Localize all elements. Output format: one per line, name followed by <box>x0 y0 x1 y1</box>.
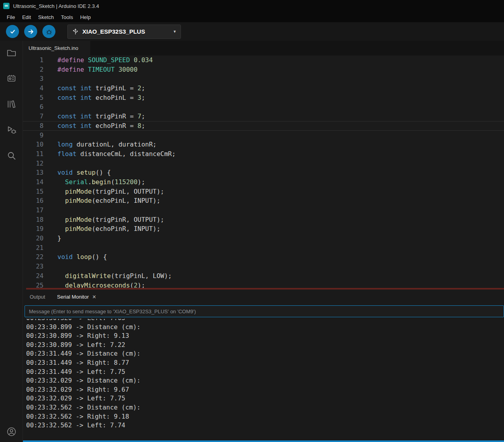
code-text <box>44 206 57 215</box>
code-lines: 1#define SOUND_SPEED 0.0342#define TIMEO… <box>23 55 504 290</box>
code-line-24[interactable]: 24 digitalWrite(trigPinL, LOW); <box>23 271 504 281</box>
toolbar: XIAO_ESP32S3_PLUS ▾ <box>0 22 504 41</box>
menu-item-help[interactable]: Help <box>76 13 94 21</box>
code-line-19[interactable]: 19 pinMode(echoPinR, INPUT); <box>23 224 504 234</box>
code-text: float distanceCmL, distanceCmR; <box>44 149 176 159</box>
board-selector-dropdown[interactable]: XIAO_ESP32S3_PLUS ▾ <box>67 25 181 39</box>
arrow-right-icon <box>28 29 34 35</box>
line-number: 2 <box>23 65 44 74</box>
code-text: const int trigPinL = 2; <box>44 84 145 93</box>
line-number: 5 <box>23 93 44 103</box>
code-text <box>44 74 57 84</box>
line-number: 1 <box>23 55 44 65</box>
line-number: 6 <box>23 102 44 112</box>
serial-monitor-label: Serial Monitor <box>57 294 89 300</box>
verify-button[interactable] <box>6 25 19 38</box>
menu-item-edit[interactable]: Edit <box>19 13 34 21</box>
line-number: 8 <box>23 121 44 131</box>
code-line-8[interactable]: 8const int echoPinR = 8; <box>23 121 504 131</box>
code-line-21[interactable]: 21 <box>23 243 504 253</box>
titlebar: ∞ Ultrasonic_Sketch | Arduino IDE 2.3.4 <box>0 0 504 12</box>
line-number: 19 <box>23 224 44 234</box>
line-number: 22 <box>23 252 44 262</box>
code-line-13[interactable]: 13void setup() { <box>23 168 504 177</box>
line-number: 7 <box>23 112 44 121</box>
code-line-9[interactable]: 9 <box>23 131 504 140</box>
line-number: 23 <box>23 262 44 271</box>
tab-serial-monitor[interactable]: Serial Monitor × <box>57 294 96 300</box>
code-text <box>44 102 57 112</box>
upload-button[interactable] <box>24 25 37 38</box>
code-text: pinMode(trigPinR, OUTPUT); <box>44 215 164 225</box>
close-icon[interactable]: × <box>92 294 96 299</box>
code-text <box>44 131 57 140</box>
code-text: digitalWrite(trigPinL, LOW); <box>44 271 172 281</box>
code-line-6[interactable]: 6 <box>23 102 504 112</box>
board-name: XIAO_ESP32S3_PLUS <box>82 28 145 35</box>
menu-item-file[interactable]: File <box>3 13 19 21</box>
debug-button[interactable] <box>42 25 55 38</box>
serial-monitor-output[interactable]: 00:23:30.320 -> Left: 7.0300:23:30.899 -… <box>23 319 504 440</box>
code-line-22[interactable]: 22void loop() { <box>23 252 504 262</box>
serial-line: 00:23:31.449 -> Distance (cm): <box>26 349 504 358</box>
editor-tabbar: Ultrasonic_Sketch.ino <box>23 41 504 55</box>
line-number: 11 <box>23 149 44 159</box>
code-line-4[interactable]: 4const int trigPinL = 2; <box>23 84 504 93</box>
sketchbook-folder-icon[interactable] <box>6 47 17 58</box>
code-line-7[interactable]: 7const int trigPinR = 7; <box>23 112 504 121</box>
code-text: } <box>44 234 61 243</box>
code-text: const int echoPinR = 8; <box>44 121 145 131</box>
main-area: Ultrasonic_Sketch.ino 1#define SOUND_SPE… <box>0 41 504 442</box>
account-icon[interactable] <box>6 426 17 437</box>
search-icon[interactable] <box>6 150 17 161</box>
code-line-12[interactable]: 12 <box>23 159 504 168</box>
menu-item-sketch[interactable]: Sketch <box>34 13 57 21</box>
line-number: 20 <box>23 234 44 243</box>
debug-panel-icon[interactable] <box>6 124 17 135</box>
arduino-logo-icon: ∞ <box>3 3 10 9</box>
code-editor[interactable]: 1#define SOUND_SPEED 0.0342#define TIMEO… <box>23 55 504 290</box>
serial-line: 00:23:30.899 -> Right: 9.13 <box>26 332 504 341</box>
line-number: 15 <box>23 187 44 196</box>
line-number: 18 <box>23 215 44 225</box>
window-title: Ultrasonic_Sketch | Arduino IDE 2.3.4 <box>13 3 99 9</box>
tab-ultrasonic-sketch[interactable]: Ultrasonic_Sketch.ino <box>23 41 90 55</box>
line-number: 10 <box>23 140 44 149</box>
line-number: 3 <box>23 74 44 84</box>
code-line-18[interactable]: 18 pinMode(trigPinR, OUTPUT); <box>23 215 504 225</box>
serial-line: 00:23:30.320 -> Left: 7.03 <box>26 319 504 323</box>
serial-input-row <box>23 304 504 319</box>
boards-manager-icon[interactable] <box>6 73 17 84</box>
code-text <box>44 243 57 253</box>
code-line-1[interactable]: 1#define SOUND_SPEED 0.034 <box>23 55 504 65</box>
activity-bar <box>0 41 23 442</box>
code-line-10[interactable]: 10long durationL, durationR; <box>23 140 504 149</box>
tab-output[interactable]: Output <box>30 294 45 300</box>
code-line-20[interactable]: 20} <box>23 234 504 243</box>
library-manager-icon[interactable] <box>6 99 17 110</box>
serial-line: 00:23:32.029 -> Right: 9.67 <box>26 385 504 394</box>
code-line-14[interactable]: 14 Serial.begin(115200); <box>23 177 504 187</box>
line-number: 12 <box>23 159 44 168</box>
line-number: 14 <box>23 177 44 187</box>
code-line-3[interactable]: 3 <box>23 74 504 84</box>
code-text: pinMode(trigPinL, OUTPUT); <box>44 187 164 196</box>
code-text <box>44 159 57 168</box>
activity-bar-top <box>6 47 17 161</box>
code-line-17[interactable]: 17 <box>23 206 504 215</box>
menu-item-tools[interactable]: Tools <box>57 13 76 21</box>
serial-message-input[interactable] <box>25 305 504 317</box>
chevron-down-icon: ▾ <box>173 29 176 34</box>
panel-tabbar: Output Serial Monitor × <box>23 290 504 304</box>
code-line-16[interactable]: 16 pinMode(echoPinL, INPUT); <box>23 196 504 206</box>
line-number: 17 <box>23 206 44 215</box>
code-line-15[interactable]: 15 pinMode(trigPinL, OUTPUT); <box>23 187 504 196</box>
code-text: void setup() { <box>44 168 111 177</box>
code-line-11[interactable]: 11float distanceCmL, distanceCmR; <box>23 149 504 159</box>
code-line-23[interactable]: 23 <box>23 262 504 271</box>
code-line-5[interactable]: 5const int echoPinL = 3; <box>23 93 504 103</box>
serial-line: 00:23:32.029 -> Left: 7.75 <box>26 394 504 403</box>
code-text: #define TIMEOUT 30000 <box>44 65 137 74</box>
code-line-2[interactable]: 2#define TIMEOUT 30000 <box>23 65 504 74</box>
line-number: 13 <box>23 168 44 177</box>
